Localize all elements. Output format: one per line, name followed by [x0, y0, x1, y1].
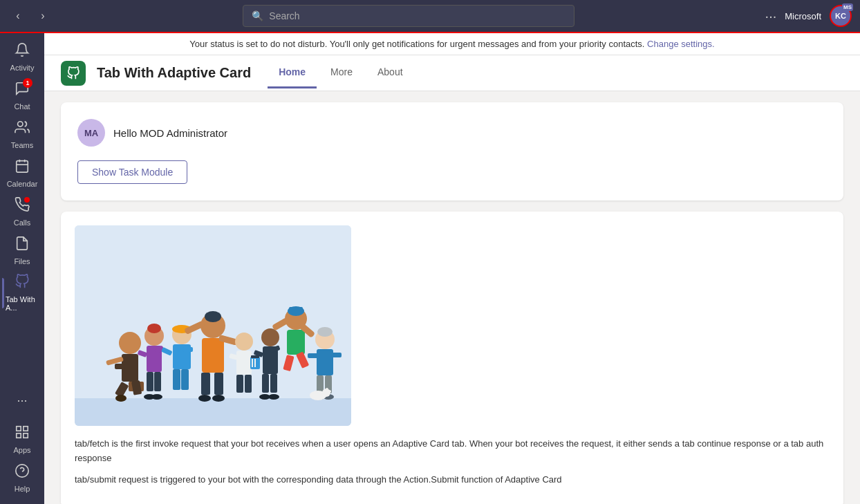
calendar-icon: [15, 158, 30, 177]
search-input[interactable]: [269, 10, 565, 21]
svg-point-29: [151, 394, 162, 400]
svg-rect-74: [317, 349, 333, 375]
svg-point-13: [119, 332, 141, 354]
sidebar-item-teams[interactable]: Teams: [3, 116, 41, 152]
svg-rect-43: [201, 373, 210, 395]
content-area: Your status is set to do not disturb. Yo…: [44, 33, 860, 504]
app-title: Tab With Adaptive Card: [97, 65, 251, 81]
sidebar-item-help[interactable]: Help: [3, 460, 41, 496]
avatar-initials: KC: [835, 12, 846, 20]
status-message: Your status is set to do not disturb. Yo…: [189, 39, 644, 49]
sidebar-item-files-label: Files: [14, 257, 30, 265]
avatar[interactable]: KC MS: [830, 5, 852, 27]
sidebar-item-calendar-label: Calendar: [7, 180, 38, 188]
calls-badge-dot: [24, 197, 30, 203]
svg-rect-37: [181, 369, 189, 390]
sidebar-item-chat-label: Chat: [14, 102, 30, 111]
svg-point-0: [18, 121, 23, 126]
sidebar-item-tabwith-label: Tab With A...: [6, 295, 39, 312]
sidebar-item-files[interactable]: Files: [3, 232, 41, 268]
tenant-label: Microsoft: [785, 11, 821, 21]
svg-rect-48: [236, 351, 252, 375]
search-bar: 🔍: [243, 5, 574, 27]
svg-point-73: [317, 327, 333, 337]
app-icon: [61, 61, 86, 86]
svg-rect-15: [115, 364, 125, 369]
svg-point-45: [198, 395, 211, 402]
svg-rect-26: [147, 372, 153, 391]
tab-more[interactable]: More: [319, 57, 364, 88]
svg-point-46: [212, 395, 225, 402]
ms-badge: MS: [842, 3, 853, 11]
people-illustration: [75, 225, 351, 426]
sidebar-item-more[interactable]: ···: [3, 382, 41, 418]
svg-point-19: [115, 395, 127, 402]
sidebar-item-activity[interactable]: Activity: [3, 39, 41, 75]
sidebar-top: Activity 1 Chat: [3, 39, 41, 315]
sidebar-item-calls-label: Calls: [14, 218, 30, 227]
svg-rect-5: [17, 426, 21, 430]
svg-rect-67: [287, 330, 305, 355]
sidebar-item-activity-label: Activity: [10, 64, 35, 72]
sidebar-item-apps[interactable]: Apps: [3, 421, 41, 457]
activity-icon: [15, 42, 30, 61]
main-layout: Activity 1 Chat: [0, 33, 860, 504]
sidebar-item-chat[interactable]: 1 Chat: [3, 77, 41, 113]
tab-home[interactable]: Home: [268, 57, 317, 88]
tab-about[interactable]: About: [366, 57, 414, 88]
sidebar-item-calendar[interactable]: Calendar: [3, 155, 41, 191]
sidebar-item-calls[interactable]: Calls: [3, 194, 41, 230]
image-card: tab/fetch is the first invoke request th…: [61, 212, 843, 504]
page-content: MA Hello MOD Administrator Show Task Mod…: [44, 91, 860, 504]
sidebar-bottom: ··· Apps He: [3, 382, 41, 504]
sidebar-item-help-label: Help: [15, 485, 30, 493]
more-icon: ···: [17, 393, 27, 408]
statusbar: Your status is set to do not disturb. Yo…: [44, 33, 860, 55]
sidebar-item-apps-label: Apps: [13, 446, 30, 454]
search-icon: 🔍: [252, 10, 263, 21]
forward-button[interactable]: ›: [33, 6, 53, 26]
back-button[interactable]: ‹: [8, 6, 28, 26]
svg-rect-44: [214, 373, 223, 395]
topbar-left: ‹ ›: [8, 6, 53, 26]
sidebar: Activity 1 Chat: [0, 33, 44, 504]
tabwith-icon: [15, 274, 30, 292]
svg-rect-27: [154, 372, 161, 391]
mod-avatar: MA: [77, 119, 105, 147]
sidebar-item-tabwith[interactable]: Tab With A...: [3, 271, 41, 315]
chat-icon: 1: [15, 81, 30, 100]
topbar: ‹ › 🔍 ··· Microsoft KC MS: [0, 0, 860, 33]
description-para2: tab/submit request is triggered to your …: [75, 473, 830, 487]
svg-rect-75: [308, 353, 318, 358]
greeting-row: MA Hello MOD Administrator: [77, 119, 827, 147]
svg-rect-35: [183, 347, 193, 352]
greeting-text: Hello MOD Administrator: [113, 127, 227, 139]
svg-rect-6: [24, 426, 28, 430]
svg-rect-54: [236, 375, 243, 393]
svg-rect-40: [202, 338, 224, 373]
svg-point-47: [235, 333, 253, 351]
svg-point-22: [147, 324, 161, 333]
svg-point-39: [205, 311, 221, 322]
svg-rect-55: [245, 375, 252, 393]
svg-rect-51: [254, 359, 256, 367]
show-task-module-button[interactable]: Show Task Module: [77, 160, 187, 184]
svg-rect-60: [262, 374, 269, 393]
svg-rect-50: [252, 359, 253, 367]
svg-point-84: [326, 388, 328, 392]
svg-rect-1: [17, 160, 28, 172]
apps-icon: [15, 424, 30, 443]
files-icon: [15, 236, 30, 254]
svg-point-9: [16, 464, 28, 476]
description-para1: tab/fetch is the first invoke request th…: [75, 437, 830, 466]
app-tabs: Home More About: [268, 57, 413, 88]
change-settings-link[interactable]: Change settings.: [647, 39, 715, 49]
svg-rect-12: [75, 398, 351, 426]
sidebar-item-teams-label: Teams: [11, 141, 33, 149]
svg-rect-7: [24, 433, 28, 437]
svg-rect-36: [173, 369, 180, 390]
more-options-button[interactable]: ···: [765, 8, 777, 24]
svg-rect-61: [270, 374, 277, 393]
chat-badge: 1: [23, 78, 32, 88]
svg-point-56: [261, 328, 279, 346]
